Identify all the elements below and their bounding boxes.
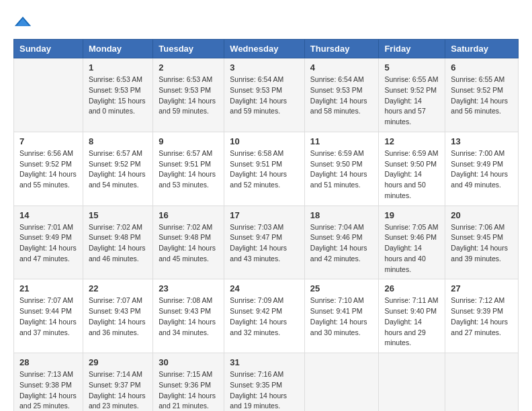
cell-info: Sunrise: 6:57 AMSunset: 9:52 PMDaylight:… xyxy=(89,148,147,191)
cell-info: Sunrise: 7:12 AMSunset: 9:39 PMDaylight:… xyxy=(451,295,513,338)
date-number: 6 xyxy=(451,62,513,73)
calendar-cell: 21Sunrise: 7:07 AMSunset: 9:44 PMDayligh… xyxy=(14,279,83,353)
logo-icon xyxy=(13,13,32,32)
calendar-cell: 12Sunrise: 6:59 AMSunset: 9:50 PMDayligh… xyxy=(379,132,445,205)
cell-info: Sunrise: 7:15 AMSunset: 9:36 PMDaylight:… xyxy=(159,369,218,411)
cell-info: Sunrise: 6:53 AMSunset: 9:53 PMDaylight:… xyxy=(89,75,147,117)
cell-info: Sunrise: 6:53 AMSunset: 9:53 PMDaylight:… xyxy=(159,75,218,117)
header-day: Wednesday xyxy=(224,40,305,58)
calendar-cell: 29Sunrise: 7:14 AMSunset: 9:37 PMDayligh… xyxy=(83,353,152,412)
date-number: 9 xyxy=(159,136,218,146)
date-number: 18 xyxy=(310,210,373,220)
cell-info: Sunrise: 7:16 AMSunset: 9:35 PMDaylight:… xyxy=(230,369,299,411)
calendar-week-row: 7Sunrise: 6:56 AMSunset: 9:52 PMDaylight… xyxy=(14,132,519,205)
cell-info: Sunrise: 6:55 AMSunset: 9:52 PMDaylight:… xyxy=(451,75,513,117)
date-number: 8 xyxy=(89,136,147,146)
calendar-cell: 3Sunrise: 6:54 AMSunset: 9:53 PMDaylight… xyxy=(224,58,305,132)
date-number: 28 xyxy=(19,357,77,367)
calendar-cell: 27Sunrise: 7:12 AMSunset: 9:39 PMDayligh… xyxy=(445,279,519,353)
calendar-cell: 7Sunrise: 6:56 AMSunset: 9:52 PMDaylight… xyxy=(14,132,83,205)
calendar-cell: 16Sunrise: 7:02 AMSunset: 9:48 PMDayligh… xyxy=(153,205,224,279)
cell-info: Sunrise: 7:13 AMSunset: 9:38 PMDaylight:… xyxy=(19,369,77,411)
cell-info: Sunrise: 7:03 AMSunset: 9:47 PMDaylight:… xyxy=(230,222,299,265)
header-day: Friday xyxy=(379,40,445,58)
cell-info: Sunrise: 6:57 AMSunset: 9:51 PMDaylight:… xyxy=(159,148,218,191)
date-number: 4 xyxy=(310,62,373,73)
calendar-cell: 17Sunrise: 7:03 AMSunset: 9:47 PMDayligh… xyxy=(224,205,305,279)
date-number: 22 xyxy=(89,283,147,293)
calendar-header: SundayMondayTuesdayWednesdayThursdayFrid… xyxy=(14,40,519,58)
cell-info: Sunrise: 7:14 AMSunset: 9:37 PMDaylight:… xyxy=(89,369,147,411)
page-header xyxy=(13,13,519,32)
cell-info: Sunrise: 7:07 AMSunset: 9:44 PMDaylight:… xyxy=(19,295,77,338)
date-number: 10 xyxy=(230,136,299,146)
cell-info: Sunrise: 7:05 AMSunset: 9:46 PMDaylight:… xyxy=(384,222,439,275)
cell-info: Sunrise: 7:02 AMSunset: 9:48 PMDaylight:… xyxy=(89,222,147,265)
cell-info: Sunrise: 7:09 AMSunset: 9:42 PMDaylight:… xyxy=(230,295,299,338)
date-number: 30 xyxy=(159,357,218,367)
calendar-cell: 30Sunrise: 7:15 AMSunset: 9:36 PMDayligh… xyxy=(153,353,224,412)
date-number: 2 xyxy=(159,62,218,73)
cell-info: Sunrise: 6:56 AMSunset: 9:52 PMDaylight:… xyxy=(19,148,77,191)
calendar-cell: 11Sunrise: 6:59 AMSunset: 9:50 PMDayligh… xyxy=(304,132,379,205)
date-number: 17 xyxy=(230,210,299,220)
calendar-week-row: 28Sunrise: 7:13 AMSunset: 9:38 PMDayligh… xyxy=(14,353,519,412)
cell-info: Sunrise: 7:07 AMSunset: 9:43 PMDaylight:… xyxy=(89,295,147,338)
calendar-body: 1Sunrise: 6:53 AMSunset: 9:53 PMDaylight… xyxy=(14,58,519,412)
date-number: 21 xyxy=(19,283,77,293)
calendar-cell xyxy=(14,58,83,132)
date-number: 19 xyxy=(384,210,439,220)
calendar-cell: 15Sunrise: 7:02 AMSunset: 9:48 PMDayligh… xyxy=(83,205,152,279)
header-row: SundayMondayTuesdayWednesdayThursdayFrid… xyxy=(14,40,519,58)
date-number: 14 xyxy=(19,210,77,220)
header-day: Monday xyxy=(83,40,152,58)
cell-info: Sunrise: 6:59 AMSunset: 9:50 PMDaylight:… xyxy=(384,148,439,201)
logo xyxy=(13,13,35,32)
calendar-cell: 8Sunrise: 6:57 AMSunset: 9:52 PMDaylight… xyxy=(83,132,152,205)
date-number: 24 xyxy=(230,283,299,293)
calendar-cell: 5Sunrise: 6:55 AMSunset: 9:52 PMDaylight… xyxy=(379,58,445,132)
date-number: 15 xyxy=(89,210,147,220)
calendar-cell: 1Sunrise: 6:53 AMSunset: 9:53 PMDaylight… xyxy=(83,58,152,132)
cell-info: Sunrise: 7:01 AMSunset: 9:49 PMDaylight:… xyxy=(19,222,77,265)
calendar-cell xyxy=(304,353,379,412)
cell-info: Sunrise: 7:10 AMSunset: 9:41 PMDaylight:… xyxy=(310,295,373,338)
calendar-cell xyxy=(379,353,445,412)
cell-info: Sunrise: 6:54 AMSunset: 9:53 PMDaylight:… xyxy=(310,75,373,117)
date-number: 23 xyxy=(159,283,218,293)
calendar-cell: 2Sunrise: 6:53 AMSunset: 9:53 PMDaylight… xyxy=(153,58,224,132)
cell-info: Sunrise: 7:08 AMSunset: 9:43 PMDaylight:… xyxy=(159,295,218,338)
calendar-cell: 10Sunrise: 6:58 AMSunset: 9:51 PMDayligh… xyxy=(224,132,305,205)
date-number: 26 xyxy=(384,283,439,293)
calendar-cell: 28Sunrise: 7:13 AMSunset: 9:38 PMDayligh… xyxy=(14,353,83,412)
header-day: Thursday xyxy=(304,40,379,58)
calendar-cell: 9Sunrise: 6:57 AMSunset: 9:51 PMDaylight… xyxy=(153,132,224,205)
calendar-cell: 18Sunrise: 7:04 AMSunset: 9:46 PMDayligh… xyxy=(304,205,379,279)
date-number: 27 xyxy=(451,283,513,293)
header-day: Sunday xyxy=(14,40,83,58)
header-day: Saturday xyxy=(445,40,519,58)
calendar-cell: 22Sunrise: 7:07 AMSunset: 9:43 PMDayligh… xyxy=(83,279,152,353)
date-number: 11 xyxy=(310,136,373,146)
calendar-table: SundayMondayTuesdayWednesdayThursdayFrid… xyxy=(13,39,519,411)
cell-info: Sunrise: 6:55 AMSunset: 9:52 PMDaylight:… xyxy=(384,75,439,128)
date-number: 3 xyxy=(230,62,299,73)
cell-info: Sunrise: 6:59 AMSunset: 9:50 PMDaylight:… xyxy=(310,148,373,191)
date-number: 5 xyxy=(384,62,439,73)
date-number: 12 xyxy=(384,136,439,146)
cell-info: Sunrise: 6:54 AMSunset: 9:53 PMDaylight:… xyxy=(230,75,299,117)
cell-info: Sunrise: 7:00 AMSunset: 9:49 PMDaylight:… xyxy=(451,148,513,191)
calendar-cell: 20Sunrise: 7:06 AMSunset: 9:45 PMDayligh… xyxy=(445,205,519,279)
calendar-cell: 13Sunrise: 7:00 AMSunset: 9:49 PMDayligh… xyxy=(445,132,519,205)
date-number: 25 xyxy=(310,283,373,293)
calendar-cell: 24Sunrise: 7:09 AMSunset: 9:42 PMDayligh… xyxy=(224,279,305,353)
calendar-cell xyxy=(445,353,519,412)
date-number: 1 xyxy=(89,62,147,73)
date-number: 13 xyxy=(451,136,513,146)
cell-info: Sunrise: 7:11 AMSunset: 9:40 PMDaylight:… xyxy=(384,295,439,349)
date-number: 31 xyxy=(230,357,299,367)
calendar-cell: 4Sunrise: 6:54 AMSunset: 9:53 PMDaylight… xyxy=(304,58,379,132)
header-day: Tuesday xyxy=(153,40,224,58)
calendar-cell: 19Sunrise: 7:05 AMSunset: 9:46 PMDayligh… xyxy=(379,205,445,279)
date-number: 16 xyxy=(159,210,218,220)
